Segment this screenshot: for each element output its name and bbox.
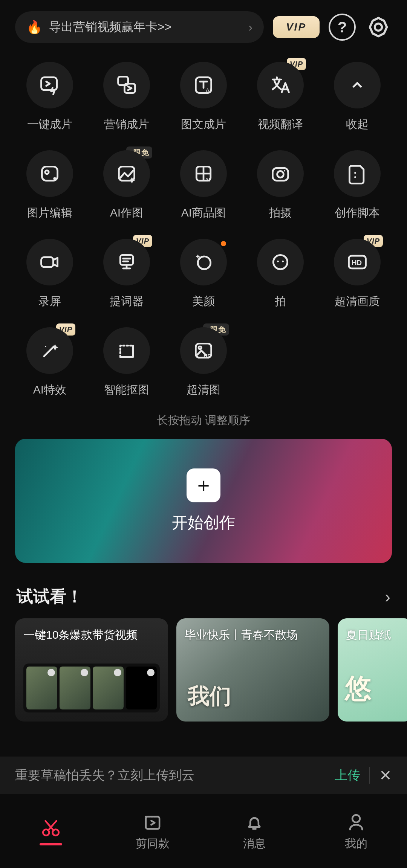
play-bolt-icon xyxy=(38,74,61,96)
tool-marketing-clip[interactable]: 营销成片 xyxy=(88,62,165,132)
svg-text:AI: AI xyxy=(206,87,211,93)
try-card-2[interactable]: 毕业快乐丨青春不散场 我们 xyxy=(176,618,329,722)
svg-marker-0 xyxy=(370,18,387,37)
svg-text:HD: HD xyxy=(352,259,362,267)
svg-point-49 xyxy=(352,815,360,822)
chevron-right-icon: › xyxy=(248,20,252,34)
image-dot-icon xyxy=(38,162,61,185)
cutout-icon xyxy=(115,339,138,362)
chevron-up-icon xyxy=(349,77,366,93)
tool-camera[interactable]: 拍摄 xyxy=(242,150,319,221)
tool-text-to-video[interactable]: AI 图文成片 xyxy=(165,62,242,132)
plus-icon: + xyxy=(187,468,220,502)
box-ai-icon: AI xyxy=(192,162,215,185)
tool-hd-quality[interactable]: VIP HD 超清画质 xyxy=(319,239,396,309)
upload-link[interactable]: 上传 xyxy=(335,767,360,784)
svg-point-13 xyxy=(45,171,49,174)
svg-point-14 xyxy=(53,177,56,180)
svg-point-23 xyxy=(354,172,356,174)
svg-text:HD: HD xyxy=(204,353,211,359)
tool-beauty[interactable]: 美颜 xyxy=(165,239,242,309)
image-hd-icon: HD xyxy=(192,339,215,362)
draft-upload-bar: 重要草稿怕丢失？立刻上传到云 上传 ✕ xyxy=(0,757,407,794)
svg-point-24 xyxy=(354,176,356,178)
help-icon[interactable]: ? xyxy=(329,14,356,41)
tool-grid: 一键成片 营销成片 AI 图文成片 VIP 视频翻译 收起 图片编辑 ●限免 A… xyxy=(0,50,407,416)
svg-line-37 xyxy=(44,346,54,356)
try-card-1[interactable]: 一键10条爆款带货视频 xyxy=(15,618,168,722)
profile-icon xyxy=(345,811,367,833)
tool-hd-image[interactable]: ●限免 HD 超清图 xyxy=(165,327,242,398)
tool-ai-fx[interactable]: VIP AI特效 xyxy=(11,327,88,398)
svg-point-22 xyxy=(284,170,285,172)
svg-point-32 xyxy=(273,255,288,269)
start-create-label: 开始创作 xyxy=(172,512,235,533)
svg-text:AI: AI xyxy=(205,176,210,183)
vip-badge[interactable]: VIP xyxy=(273,16,320,38)
template-icon xyxy=(142,811,164,833)
promo-banner[interactable]: 🔥 导出营销视频赢年卡>> › xyxy=(15,11,264,43)
thumbs-strip xyxy=(23,664,160,712)
svg-rect-46 xyxy=(146,816,159,829)
prompter-icon xyxy=(115,251,138,273)
tool-one-click-clip[interactable]: 一键成片 xyxy=(11,62,88,132)
draft-msg: 重要草稿怕丢失？立刻上传到云 xyxy=(15,767,326,784)
svg-point-1 xyxy=(375,24,382,31)
tool-cutout[interactable]: 智能抠图 xyxy=(88,327,165,398)
pip-play-icon xyxy=(115,74,138,96)
rec-icon xyxy=(38,251,61,273)
try-card-3[interactable]: 夏日贴纸 悠 xyxy=(338,618,407,722)
svg-rect-25 xyxy=(41,257,54,267)
tool-ai-image[interactable]: ●限免 AI作图 xyxy=(88,150,165,221)
bottom-nav: 剪同款 消息 我的 xyxy=(0,794,407,868)
svg-point-33 xyxy=(277,261,279,262)
hd-icon: HD xyxy=(346,251,369,273)
tool-image-edit[interactable]: 图片编辑 xyxy=(11,150,88,221)
beauty-icon xyxy=(192,251,215,273)
try-header: 试试看！ xyxy=(17,586,385,608)
svg-point-38 xyxy=(45,346,46,347)
start-create-card[interactable]: + 开始创作 xyxy=(15,439,392,563)
notification-dot xyxy=(221,241,226,246)
bell-icon xyxy=(243,811,265,833)
scissors-icon xyxy=(40,817,62,839)
chevron-right-icon[interactable]: › xyxy=(385,587,390,606)
nav-edit[interactable] xyxy=(0,794,102,868)
tool-ai-product[interactable]: AI AI商品图 xyxy=(165,150,242,221)
file-dots-icon xyxy=(346,162,369,185)
settings-icon[interactable] xyxy=(365,14,392,41)
try-row[interactable]: 一键10条爆款带货视频 毕业快乐丨青春不散场 我们 夏日贴纸 悠 xyxy=(0,618,407,722)
svg-point-34 xyxy=(282,261,284,262)
nav-profile[interactable]: 我的 xyxy=(305,794,407,868)
tool-teleprompter[interactable]: VIP 提词器 xyxy=(88,239,165,309)
nav-templates[interactable]: 剪同款 xyxy=(102,794,204,868)
reorder-hint: 长按拖动 调整顺序 xyxy=(0,413,407,428)
image-ai-icon xyxy=(115,162,138,185)
close-icon[interactable]: ✕ xyxy=(379,767,392,784)
svg-point-21 xyxy=(277,171,284,177)
tool-shoot[interactable]: 拍 xyxy=(242,239,319,309)
svg-rect-20 xyxy=(272,168,288,181)
translate-icon xyxy=(269,74,292,96)
svg-rect-26 xyxy=(120,255,133,265)
svg-point-40 xyxy=(199,346,202,349)
nav-messages[interactable]: 消息 xyxy=(204,794,305,868)
camera-icon xyxy=(269,162,292,185)
text-ai-icon: AI xyxy=(192,74,215,96)
divider xyxy=(369,767,370,784)
wand-icon xyxy=(38,339,61,362)
flame-icon: 🔥 xyxy=(26,20,42,35)
tool-screen-record[interactable]: 录屏 xyxy=(11,239,88,309)
tool-video-translate[interactable]: VIP 视频翻译 xyxy=(242,62,319,132)
promo-text: 导出营销视频赢年卡>> xyxy=(49,19,171,35)
face-icon xyxy=(269,251,292,273)
tool-collapse[interactable]: 收起 xyxy=(319,62,396,132)
tool-script[interactable]: 创作脚本 xyxy=(319,150,396,221)
